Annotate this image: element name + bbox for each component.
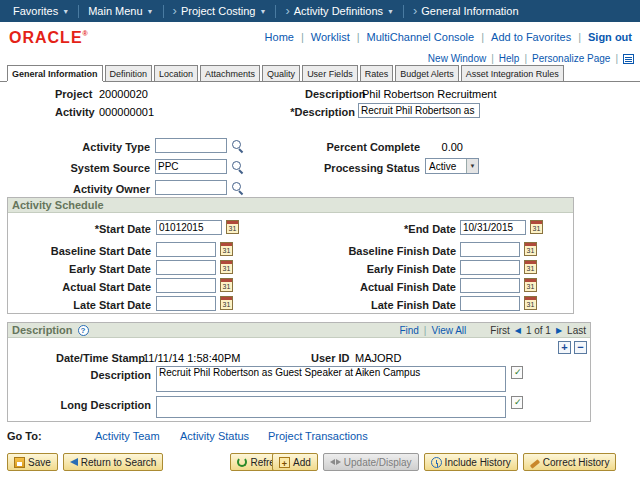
chevron-down-icon: ▼ bbox=[259, 8, 266, 15]
new-window-link[interactable]: New Window bbox=[428, 53, 486, 64]
late-start-date-input[interactable] bbox=[156, 296, 216, 311]
end-date-input[interactable] bbox=[460, 220, 526, 235]
actual-start-date-input[interactable] bbox=[156, 278, 216, 293]
separator: | bbox=[491, 53, 494, 64]
early-start-date-label: Early Start Date bbox=[8, 263, 151, 275]
add-button[interactable]: Add bbox=[272, 453, 318, 471]
tab-general-information[interactable]: General Information bbox=[7, 65, 103, 81]
breadcrumb-activity-definitions[interactable]: › Activity Definitions ▼ bbox=[276, 5, 404, 18]
late-finish-date-input[interactable] bbox=[460, 296, 520, 311]
activity-owner-lookup-icon[interactable] bbox=[231, 181, 244, 194]
activity-team-link[interactable]: Activity Team bbox=[95, 430, 160, 442]
baseline-start-calendar-icon[interactable] bbox=[220, 242, 233, 256]
next-row-icon[interactable] bbox=[556, 326, 562, 335]
early-start-calendar-icon[interactable] bbox=[220, 260, 233, 274]
help-link[interactable]: Help bbox=[499, 53, 520, 64]
start-date-input[interactable] bbox=[156, 220, 222, 235]
tab-asset-integration-rules[interactable]: Asset Integration Rules bbox=[461, 65, 564, 81]
home-link[interactable]: Home bbox=[265, 31, 294, 43]
tab-definition[interactable]: Definition bbox=[105, 65, 153, 81]
multichannel-console-link[interactable]: MultiChannel Console bbox=[367, 31, 475, 43]
activity-description-input[interactable] bbox=[358, 103, 480, 118]
include-history-icon bbox=[431, 457, 442, 468]
breadcrumb-main-menu[interactable]: Main Menu ▼ bbox=[79, 5, 163, 18]
system-source-label: System Source bbox=[0, 162, 150, 174]
separator: | bbox=[424, 325, 427, 336]
include-history-button[interactable]: Include History bbox=[424, 453, 518, 471]
actual-finish-date-label: Actual Finish Date bbox=[298, 281, 456, 293]
actual-start-calendar-icon[interactable] bbox=[220, 278, 233, 292]
copy-url-icon[interactable] bbox=[623, 54, 634, 64]
help-icon[interactable] bbox=[78, 325, 89, 336]
actual-finish-calendar-icon[interactable] bbox=[524, 278, 537, 292]
personalize-page-link[interactable]: Personalize Page bbox=[532, 53, 610, 64]
early-start-date-input[interactable] bbox=[156, 260, 216, 275]
actual-finish-date-input[interactable] bbox=[460, 278, 520, 293]
activity-status-link[interactable]: Activity Status bbox=[180, 430, 249, 442]
datetime-stamp-value: 11/11/14 1:58:40PM bbox=[143, 352, 240, 364]
baseline-finish-calendar-icon[interactable] bbox=[524, 242, 537, 256]
spell-check-icon[interactable] bbox=[511, 396, 523, 409]
tab-budget-alerts[interactable]: Budget Alerts bbox=[395, 65, 459, 81]
processing-status-select[interactable]: Active bbox=[425, 158, 479, 174]
tab-bar: General Information Definition Location … bbox=[0, 66, 640, 82]
baseline-finish-date-label: Baseline Finish Date bbox=[298, 245, 456, 257]
activity-type-lookup-icon[interactable] bbox=[231, 139, 244, 152]
tab-quality[interactable]: Quality bbox=[262, 65, 300, 81]
add-to-favorites-link[interactable]: Add to Favorites bbox=[491, 31, 571, 43]
save-button[interactable]: Save bbox=[7, 453, 58, 471]
breadcrumb-label: General Information bbox=[421, 5, 518, 17]
tab-attachments[interactable]: Attachments bbox=[200, 65, 260, 81]
description-title: Description bbox=[12, 324, 73, 336]
update-display-button[interactable]: Update/Display bbox=[323, 453, 419, 471]
view-all-link[interactable]: View All bbox=[431, 325, 466, 336]
long-description-textarea[interactable] bbox=[156, 396, 506, 418]
worklist-link[interactable]: Worklist bbox=[311, 31, 350, 43]
update-display-label: Update/Display bbox=[344, 457, 412, 468]
baseline-finish-date-input[interactable] bbox=[460, 242, 520, 257]
breadcrumb-project-costing[interactable]: › Project Costing ▼ bbox=[164, 5, 277, 18]
project-transactions-link[interactable]: Project Transactions bbox=[268, 430, 368, 442]
start-date-calendar-icon[interactable] bbox=[226, 220, 239, 234]
early-finish-date-input[interactable] bbox=[460, 260, 520, 275]
description-section: Description Find | View All First 1 of 1… bbox=[7, 322, 591, 422]
baseline-start-date-input[interactable] bbox=[156, 242, 216, 257]
return-to-search-button[interactable]: Return to Search bbox=[63, 453, 164, 471]
processing-status-label: Processing Status bbox=[300, 162, 420, 174]
late-start-calendar-icon[interactable] bbox=[220, 296, 233, 310]
description-textarea[interactable]: Recruit Phil Robertson as Guest Speaker … bbox=[156, 366, 506, 392]
find-link[interactable]: Find bbox=[399, 325, 418, 336]
tab-user-fields[interactable]: User Fields bbox=[302, 65, 358, 81]
chevron-down-icon: ▼ bbox=[62, 8, 69, 15]
end-date-calendar-icon[interactable] bbox=[530, 220, 543, 234]
previous-row-icon[interactable] bbox=[515, 326, 521, 335]
breadcrumb-general-information[interactable]: › General Information bbox=[404, 5, 528, 18]
return-to-search-icon bbox=[70, 458, 78, 466]
activity-owner-input[interactable] bbox=[155, 180, 227, 195]
spell-check-icon[interactable] bbox=[511, 366, 523, 379]
late-start-date-label: Late Start Date bbox=[8, 299, 151, 311]
tab-rates[interactable]: Rates bbox=[360, 65, 394, 81]
correct-history-button[interactable]: Correct History bbox=[523, 453, 617, 471]
chevron-right-icon: › bbox=[413, 6, 417, 16]
breadcrumb-label: Main Menu bbox=[88, 5, 142, 17]
early-finish-calendar-icon[interactable] bbox=[524, 260, 537, 274]
breadcrumb-label: Project Costing bbox=[181, 5, 256, 17]
breadcrumb-favorites[interactable]: Favorites ▼ bbox=[4, 5, 79, 18]
activity-type-input[interactable] bbox=[155, 138, 227, 153]
description-label: Description bbox=[8, 369, 151, 381]
grid-action-bar: Find | View All First 1 of 1 Last bbox=[399, 325, 586, 336]
activity-owner-label: Activity Owner bbox=[0, 183, 150, 195]
system-source-lookup-icon[interactable] bbox=[231, 160, 244, 173]
chevron-down-icon: ▼ bbox=[387, 8, 394, 15]
late-finish-calendar-icon[interactable] bbox=[524, 296, 537, 310]
processing-status-value: Active bbox=[429, 161, 456, 172]
breadcrumb-label: Favorites bbox=[13, 5, 58, 17]
page-utility-bar: New Window | Help | Personalize Page | bbox=[428, 53, 634, 64]
sign-out-link[interactable]: Sign out bbox=[588, 31, 632, 43]
add-row-button[interactable] bbox=[558, 341, 571, 354]
delete-row-button[interactable] bbox=[574, 341, 587, 354]
system-source-input[interactable] bbox=[155, 159, 227, 174]
tab-location[interactable]: Location bbox=[154, 65, 198, 81]
separator: | bbox=[524, 53, 527, 64]
